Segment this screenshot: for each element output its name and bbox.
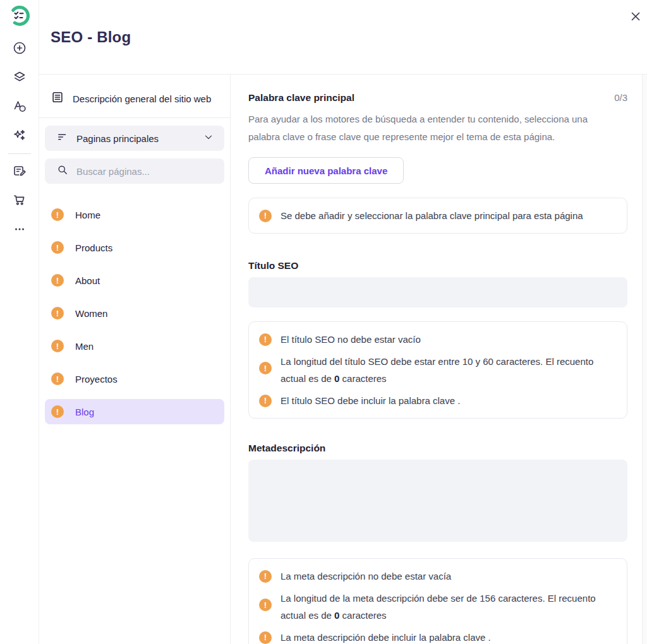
store-button[interactable]: [7, 188, 32, 213]
website-style-button[interactable]: [7, 94, 32, 119]
add-keyword-button[interactable]: Añadir nueva palabra clave: [248, 157, 404, 184]
pages-filter-dropdown[interactable]: Paginas principales: [45, 126, 224, 151]
warning-text: La longitud del título SEO debe estar en…: [281, 353, 617, 387]
close-button[interactable]: [627, 8, 644, 26]
warning-icon: !: [51, 274, 64, 287]
cart-icon: [12, 193, 27, 210]
page-label: Proyectos: [75, 374, 118, 385]
document-icon: [51, 90, 64, 107]
more-options-button[interactable]: [7, 217, 32, 242]
warning-row: ! La longitud del título SEO debe estar …: [259, 353, 617, 387]
page-list-item-home[interactable]: ! Home: [45, 202, 224, 227]
scrollbar[interactable]: [642, 75, 647, 644]
panel-header: SEO - Blog: [39, 0, 647, 75]
page-title: SEO - Blog: [51, 28, 131, 46]
pages-sidebar: Descripción general del sitio web Pagina…: [39, 75, 231, 644]
warning-row: ! La longitud de la meta descripción deb…: [259, 590, 617, 624]
page-list-item-blog[interactable]: ! Blog: [45, 399, 224, 424]
warning-text: Se debe añadir y seleccionar la palabra …: [281, 207, 583, 224]
search-icon: [56, 164, 69, 179]
warning-row: ! Se debe añadir y seleccionar la palabr…: [259, 207, 617, 224]
warning-row: ! El título SEO no debe estar vacío: [259, 331, 617, 348]
seo-title-warning-card: ! El título SEO no debe estar vacío ! La…: [248, 321, 627, 419]
page-label: Products: [75, 242, 112, 253]
page-label: Home: [75, 210, 100, 220]
add-icon: [12, 40, 27, 57]
warning-icon: !: [259, 631, 272, 644]
page-list: ! Home ! Products ! About ! Women: [45, 202, 224, 424]
keyword-section-description: Para ayudar a los motores de búsqueda a …: [248, 110, 618, 146]
keyword-section-title: Palabra clave principal: [248, 92, 354, 104]
page-list-item-products[interactable]: ! Products: [45, 235, 224, 260]
warning-row: ! La meta descripción debe incluir la pa…: [259, 629, 617, 644]
page-label: Women: [75, 308, 107, 319]
page-label: About: [75, 275, 100, 286]
builder-logo-icon: [9, 5, 30, 27]
sparkles-icon: [12, 128, 27, 145]
meta-description-textarea[interactable]: [248, 460, 627, 542]
page-label: Blog: [75, 407, 94, 417]
chevron-down-icon: [203, 131, 214, 145]
close-icon: [629, 9, 643, 25]
warning-icon: !: [51, 340, 64, 352]
warning-icon: !: [259, 570, 272, 583]
page-search: [45, 158, 224, 184]
warning-icon: !: [51, 307, 64, 319]
warning-text: La longitud de la meta descripción debe …: [281, 590, 617, 624]
warning-icon: !: [259, 210, 272, 222]
sections-button[interactable]: [7, 65, 32, 90]
rail-divider: [8, 153, 31, 154]
warning-icon: !: [259, 333, 272, 346]
search-input[interactable]: [76, 166, 214, 177]
page-list-item-women[interactable]: ! Women: [45, 301, 224, 326]
page-label: Men: [75, 341, 94, 352]
layers-icon: [12, 69, 27, 86]
warning-row: ! La meta descripción no debe estar vací…: [259, 568, 617, 585]
warning-text: La meta descripción debe incluir la pala…: [281, 629, 491, 644]
warning-icon: !: [51, 373, 64, 385]
site-overview-label: Descripción general del sitio web: [73, 93, 211, 104]
seo-settings-content: Palabra clave principal 0/3 Para ayudar …: [231, 75, 647, 644]
warning-row: ! El título SEO debe incluir la palabra …: [259, 392, 617, 409]
warning-icon: !: [259, 362, 272, 374]
seo-title-input[interactable]: [248, 277, 627, 307]
icon-rail: [0, 0, 39, 644]
pages-filter-label: Paginas principales: [76, 133, 203, 144]
text-style-icon: [12, 98, 27, 116]
add-element-button[interactable]: [7, 36, 32, 61]
meta-description-warning-card: ! La meta descripción no debe estar vací…: [248, 558, 627, 644]
page-list-item-men[interactable]: ! Men: [45, 333, 224, 359]
blog-button[interactable]: [7, 159, 32, 184]
ellipsis-icon: [12, 222, 27, 239]
warning-icon: !: [51, 241, 64, 254]
page-list-item-about[interactable]: ! About: [45, 268, 224, 293]
site-overview-item[interactable]: Descripción general del sitio web: [39, 89, 230, 108]
panel-divider: [39, 117, 230, 118]
blog-post-icon: [12, 164, 27, 181]
seo-panel-window: SEO - Blog Descripción general del sitio…: [0, 0, 647, 644]
keyword-warning-card: ! Se debe añadir y seleccionar la palabr…: [248, 198, 627, 234]
warning-text: La meta descripción no debe estar vacía: [281, 568, 451, 585]
warning-icon: !: [259, 395, 272, 407]
seo-title-heading: Título SEO: [248, 260, 627, 271]
warning-icon: !: [259, 599, 272, 611]
meta-description-heading: Metadescripción: [248, 443, 627, 454]
warning-icon: !: [51, 405, 64, 418]
page-list-item-proyectos[interactable]: ! Proyectos: [45, 366, 224, 391]
sort-icon: [56, 131, 69, 146]
ai-tools-button[interactable]: [7, 123, 32, 148]
warning-text: El título SEO debe incluir la palabra cl…: [281, 392, 460, 409]
keyword-counter: 0/3: [614, 92, 627, 103]
warning-icon: !: [51, 208, 64, 221]
warning-text: El título SEO no debe estar vacío: [281, 331, 421, 348]
